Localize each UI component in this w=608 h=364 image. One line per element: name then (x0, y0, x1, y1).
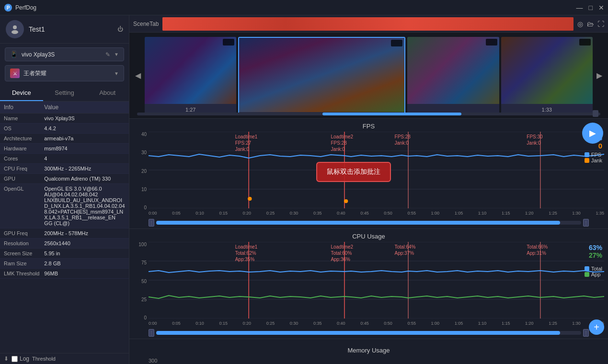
info-val-1: 4.4.2 (44, 125, 125, 131)
cpu-y-100: 100 (138, 242, 147, 247)
scroll-down-icon[interactable]: ⬇ (4, 355, 9, 362)
thumbnail-3[interactable] (407, 37, 499, 114)
info-row-5: CPU Freq300MHz - 2265MHz (0, 164, 129, 174)
svg-text:P: P (7, 5, 10, 11)
add-button[interactable]: + (589, 319, 604, 335)
info-val-9: 2560x1440 (44, 240, 125, 246)
cpu-y-50: 50 (141, 279, 147, 284)
info-val-0: vivo Xplay3S (44, 115, 125, 121)
info-col-header: Info (4, 104, 44, 111)
fps-y-10: 10 (141, 187, 147, 192)
thumb-nav-left-icon[interactable]: ◀ (133, 71, 143, 80)
location-icon[interactable]: ◎ (577, 20, 583, 28)
cpu-svg (149, 242, 604, 318)
scene-bar-icons: ◎ 🗁 ⛶ (577, 20, 604, 28)
fps-x-axis: 0:000:050:100:150:200:250:300:350:400:45… (149, 210, 604, 216)
thumbnail-strip: ◀ 1:27 1:33 (129, 33, 608, 119)
thumbnail-2[interactable] (238, 37, 405, 114)
thumbnail-1[interactable]: 1:27 (145, 37, 236, 114)
memory-chart-container: Memory Usage 300 (129, 339, 608, 364)
titlebar: P PerfDog — □ ✕ (0, 0, 608, 15)
cpu-scrollbar-fill (156, 331, 560, 335)
info-key-4: Cores (4, 156, 44, 161)
folder-icon[interactable]: 🗁 (587, 20, 594, 28)
cpu-scrollbar-row (129, 328, 608, 338)
maximize-button[interactable]: □ (589, 4, 593, 11)
fullscreen-icon[interactable]: ⛶ (597, 20, 604, 28)
charts-area: FPS ▶ 40 30 20 10 0 (129, 119, 608, 364)
cpu-app-legend-dot (585, 272, 589, 277)
svg-point-14 (344, 199, 348, 203)
device-dropdown-arrow-icon: ▼ (114, 52, 119, 57)
tab-device[interactable]: Device (0, 85, 43, 101)
thumb-corner-2 (391, 40, 402, 46)
device-selector[interactable]: 📱 vivo Xplay3S ✎ ▼ (5, 47, 124, 61)
cpu-chart-area: 100 75 50 25 0 (129, 242, 608, 328)
cpu-chart-main: Loadtime1Total:62%App:35% Loadtime2Total… (149, 242, 604, 328)
cpu-total-legend-item: Total (585, 266, 602, 272)
info-val-2: armeabi-v7a (44, 136, 125, 141)
fps-scrollbar-row (129, 218, 608, 228)
info-val-12: 96MB (44, 271, 125, 276)
cpu-y-0: 0 (144, 315, 147, 320)
info-row-0: Namevivo Xplay3S (0, 114, 129, 124)
thumb-img-2 (239, 38, 404, 112)
info-val-10: 5.95 in (44, 250, 125, 256)
cpu-total-value: 63% (589, 244, 602, 251)
cpu-chart-container: CPU Usage + 100 75 50 25 0 (129, 229, 608, 339)
info-key-12: LMK Threshold (4, 271, 44, 276)
play-button[interactable]: ▶ (582, 123, 603, 144)
fps-chart-area: 40 30 20 10 0 (129, 132, 608, 218)
fps-scroll-left-handle[interactable] (149, 219, 154, 227)
main-layout: Test1 ⏻ 📱 vivo Xplay3S ✎ ▼ ⚔ 王者荣耀 ▼ Devi… (0, 15, 608, 364)
log-checkbox-label[interactable]: Log (11, 355, 29, 362)
log-checkbox[interactable] (11, 356, 18, 362)
value-col-header: Value (44, 104, 125, 111)
fps-scrollbar-track[interactable] (156, 221, 581, 225)
thumbnail-4[interactable]: 1:33 (501, 37, 593, 114)
thumbnail-scrollbar[interactable] (137, 113, 600, 115)
tab-setting[interactable]: Setting (43, 85, 86, 101)
app-name-label: 王者荣耀 (23, 69, 110, 78)
app-dropdown-arrow-icon: ▼ (114, 71, 119, 76)
close-button[interactable]: ✕ (598, 4, 604, 11)
device-icon: 📱 (10, 51, 18, 58)
info-key-1: OS (4, 125, 44, 131)
info-key-5: CPU Freq (4, 166, 44, 171)
info-key-11: Ram Size (4, 261, 44, 266)
info-val-5: 300MHz - 2265MHz (44, 166, 125, 171)
thumb-scroll-end-handle[interactable] (593, 110, 598, 117)
info-key-10: Screen Size (4, 250, 44, 256)
fps-y-axis: 40 30 20 10 0 (133, 132, 149, 218)
cpu-scroll-left-handle[interactable] (149, 329, 154, 337)
edit-icon[interactable]: ✎ (105, 51, 110, 58)
power-icon[interactable]: ⏻ (117, 26, 123, 33)
perfdog-logo-icon: P (4, 3, 12, 12)
thumb-img-3 (407, 37, 499, 104)
minimize-button[interactable]: — (576, 4, 583, 11)
fps-scroll-right-handle[interactable] (583, 219, 589, 227)
scene-strip-inner (162, 17, 574, 31)
info-row-10: Screen Size5.95 in (0, 249, 129, 259)
info-key-3: Hardware (4, 146, 44, 151)
cpu-scroll-right-handle[interactable] (583, 329, 589, 337)
app-selector[interactable]: ⚔ 王者荣耀 ▼ (5, 65, 124, 81)
thumb-nav-right-icon[interactable]: ▶ (595, 71, 604, 80)
info-key-9: Resolution (4, 240, 44, 246)
app-icon-img: ⚔ (10, 68, 20, 78)
fps-legend-label: FPS (591, 152, 601, 158)
info-row-2: Architecturearmeabi-v7a (0, 134, 129, 144)
info-row-9: Resolution2560x1440 (0, 239, 129, 249)
cpu-scrollbar-track[interactable] (156, 331, 581, 335)
info-table: Namevivo Xplay3SOS4.4.2Architecturearmea… (0, 114, 129, 353)
info-val-8: 200MHz - 578MHz (44, 230, 125, 236)
tab-about[interactable]: About (86, 85, 129, 101)
thumb-corner-1 (223, 39, 234, 46)
sidebar-tabs: Device Setting About (0, 85, 129, 102)
thumb-img-1 (145, 37, 236, 104)
scene-tab-label: SceneTab (133, 21, 159, 27)
cpu-app-value: 27% (589, 251, 602, 259)
app-title: PerfDog (15, 4, 36, 11)
cpu-legend: Total App (585, 266, 602, 277)
device-name-label: vivo Xplay3S (22, 51, 102, 58)
